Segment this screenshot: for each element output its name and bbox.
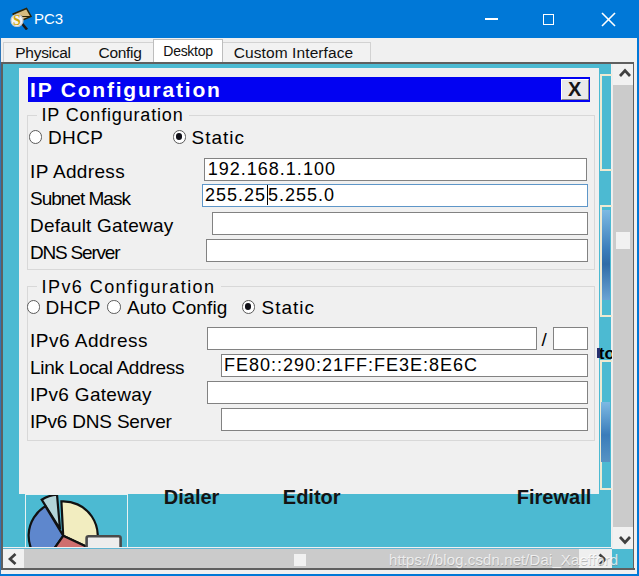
svg-text:S: S — [13, 13, 21, 28]
